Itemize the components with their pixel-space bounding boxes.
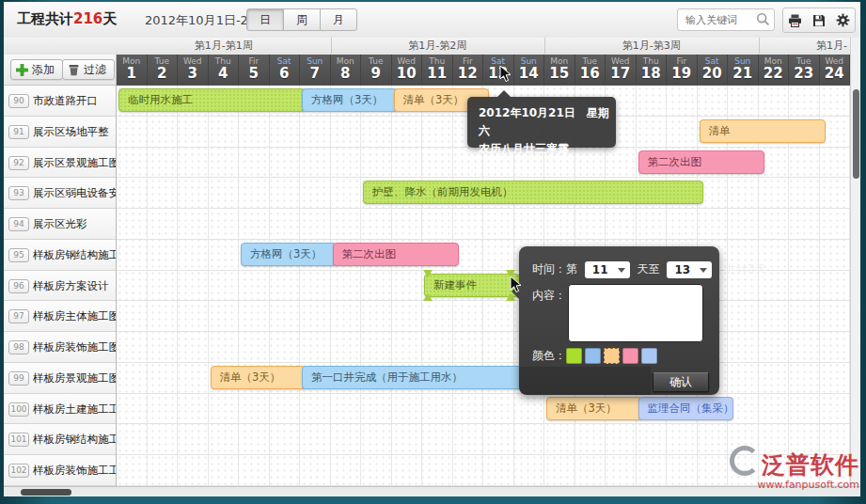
project-row[interactable]: 100样板房土建施工工程 <box>4 394 116 425</box>
gantt-bar[interactable]: 临时用水施工 <box>118 88 306 112</box>
project-list: 90市政道路开口91展示区场地平整92展示区景观施工图93展示区弱电设备安装94… <box>4 86 117 486</box>
add-button[interactable]: 添加 <box>10 59 63 80</box>
add-button-label: 添加 <box>32 63 55 76</box>
view-day-button[interactable]: 日 <box>246 8 284 31</box>
vertical-scrollbar-thumb[interactable] <box>853 89 859 179</box>
gantt-bar[interactable]: 清单（3天） <box>211 366 307 389</box>
grid-row <box>117 301 850 332</box>
day-header-cell[interactable]: Wed3 <box>178 55 209 85</box>
color-swatch[interactable] <box>604 348 620 364</box>
project-row[interactable]: 92展示区景观施工图 <box>4 148 116 179</box>
day-header-cell[interactable]: Tue2 <box>148 55 179 85</box>
vertical-scrollbar[interactable] <box>850 38 860 486</box>
day-header-cell[interactable]: Wed24 <box>820 55 851 85</box>
project-id-badge: 94 <box>8 217 29 231</box>
project-row[interactable]: 91展示区场地平整 <box>4 117 116 148</box>
search-box[interactable] <box>677 8 775 31</box>
add-icon <box>16 64 28 76</box>
project-row[interactable]: 99样板房景观施工图 <box>4 363 116 394</box>
day-header-cell[interactable]: Tue16 <box>575 55 606 85</box>
start-day-select[interactable]: 11 <box>585 261 630 278</box>
gantt-bar[interactable]: 护壁、降水（前期用发电机） <box>363 181 703 204</box>
project-name: 样板房钢结构施工工程 <box>33 240 116 270</box>
project-id-badge: 90 <box>8 94 29 108</box>
day-header-cell[interactable]: Mon22 <box>759 55 790 85</box>
gantt-bar[interactable]: 方格网（3天） <box>241 243 337 266</box>
search-input[interactable] <box>684 11 755 28</box>
day-header-cell[interactable]: Sun21 <box>728 55 759 85</box>
color-row: 颜色： <box>532 348 660 364</box>
gantt-bar[interactable]: 方格网（3天） <box>302 88 398 112</box>
grid-row <box>117 332 850 363</box>
gantt-bar[interactable]: 第二次出图 <box>638 150 764 174</box>
day-header-cell[interactable]: Sun7 <box>300 55 331 85</box>
project-name: 样板房装饰施工图 <box>33 332 116 362</box>
project-name: 样板房主体施工图 <box>33 301 116 331</box>
watermark-url: www.fanpusoft.com <box>728 479 859 491</box>
project-row[interactable]: 95样板房钢结构施工工程 <box>4 240 116 271</box>
day-header-cell[interactable]: Tue23 <box>789 55 820 85</box>
grid-row <box>117 394 850 425</box>
day-header-cell[interactable]: Thu18 <box>637 55 668 85</box>
color-swatch[interactable] <box>585 348 601 364</box>
day-header-cell[interactable]: Mon15 <box>544 55 575 85</box>
resize-handle[interactable] <box>423 270 433 277</box>
gantt-bar[interactable]: 监理合同（集采） <box>638 397 734 420</box>
view-month-button[interactable]: 月 <box>320 8 357 31</box>
day-header-cell[interactable]: Wed17 <box>606 55 637 85</box>
resize-handle[interactable] <box>423 293 433 301</box>
day-header-cell[interactable]: Mon1 <box>117 55 148 85</box>
gantt-bar[interactable]: 第二次出图 <box>333 243 459 266</box>
project-row[interactable]: 94展示区光彩 <box>4 209 116 240</box>
tooltip-date: 2012年10月21日 星期六 <box>479 104 616 140</box>
title-prefix: 工程共计 <box>17 10 73 27</box>
project-row[interactable]: 101样板房钢结构施工工程 <box>4 424 116 455</box>
color-swatch[interactable] <box>622 348 638 364</box>
mouse-cursor-icon <box>499 66 512 83</box>
day-header-cell[interactable]: Thu4 <box>209 55 240 85</box>
project-name: 样板房景观施工图 <box>33 363 116 393</box>
color-swatch[interactable] <box>566 348 582 364</box>
day-header-cell[interactable]: Thu11 <box>422 55 453 85</box>
event-editor-popup: 时间：第 11 天至 13 共计3天 内容： 颜色： 确认 <box>519 246 719 395</box>
filter-button[interactable]: 过滤 <box>62 59 115 80</box>
project-row[interactable]: 97样板房主体施工图 <box>4 301 116 332</box>
view-switcher: 日周月 <box>246 8 357 31</box>
project-id-badge: 100 <box>8 402 29 417</box>
project-row[interactable]: 98样板房装饰施工图 <box>4 332 116 363</box>
day-header-cell[interactable]: Sat20 <box>698 55 729 85</box>
week-header-cell: 第1月-第1周 <box>117 38 332 54</box>
save-icon[interactable] <box>812 14 826 27</box>
week-header-cell: 第1月- <box>759 38 852 54</box>
day-header-cell[interactable]: Sat6 <box>270 55 301 85</box>
gear-icon[interactable] <box>836 13 850 27</box>
project-id-badge: 99 <box>8 371 29 386</box>
end-day-select[interactable]: 13 <box>667 261 712 278</box>
gantt-bar[interactable]: 清单（3天） <box>546 397 642 420</box>
project-name: 样板房方案设计 <box>33 271 109 301</box>
view-week-button[interactable]: 周 <box>283 8 321 31</box>
day-header-cell[interactable]: Fir5 <box>239 55 270 85</box>
project-id-badge: 98 <box>8 340 29 354</box>
day-header-cell[interactable]: Mon8 <box>331 55 362 85</box>
printer-icon[interactable] <box>788 14 802 27</box>
project-row[interactable]: 102样板房装饰施工工程 <box>4 455 116 486</box>
day-header-cell[interactable]: Wed10 <box>392 55 423 85</box>
search-icon[interactable] <box>756 12 770 26</box>
gantt-bar[interactable]: 清单 <box>700 119 826 143</box>
day-header-cell[interactable]: Sun14 <box>514 55 545 85</box>
horizontal-scrollbar-thumb[interactable] <box>21 489 71 496</box>
day-header-cell[interactable]: Fir12 <box>453 55 484 85</box>
project-row[interactable]: 93展示区弱电设备安装 <box>4 178 116 209</box>
day-header-cell[interactable]: Tue9 <box>361 55 392 85</box>
project-row[interactable]: 96样板房方案设计 <box>4 271 116 302</box>
total-days: 216 <box>73 10 102 27</box>
color-swatch[interactable] <box>641 348 657 364</box>
project-row[interactable]: 90市政道路开口 <box>4 86 116 117</box>
content-textarea[interactable] <box>568 284 703 342</box>
day-header-cell[interactable]: Fir19 <box>667 55 698 85</box>
project-name: 展示区光彩 <box>33 209 87 239</box>
date-tooltip: 2012年10月21日 星期六 农历八月廿三寒露 <box>467 97 616 148</box>
project-id-badge: 96 <box>8 279 29 293</box>
confirm-button[interactable]: 确认 <box>653 372 709 392</box>
